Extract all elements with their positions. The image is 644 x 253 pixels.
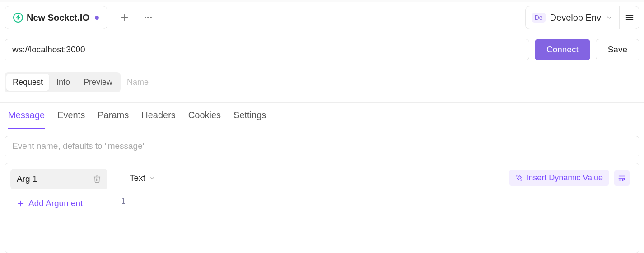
- add-argument-label: Add Argument: [28, 198, 83, 208]
- tab-settings[interactable]: Settings: [233, 110, 266, 129]
- environments-menu-button[interactable]: [620, 6, 639, 29]
- plus-icon: [17, 199, 25, 207]
- new-tab-button[interactable]: [115, 8, 135, 28]
- argument-label: Arg 1: [17, 174, 37, 184]
- line-numbers: 1: [113, 193, 133, 253]
- arguments-sidebar: Arg 1 Add Argument: [5, 163, 113, 253]
- svg-point-0: [145, 17, 146, 18]
- argument-toolbar: Text Insert Dynamic Value: [113, 163, 639, 193]
- chevron-down-icon: [149, 175, 155, 181]
- content-type-selector[interactable]: Text: [130, 173, 155, 183]
- add-argument-button[interactable]: Add Argument: [10, 193, 107, 214]
- event-name-row: [0, 129, 644, 163]
- insert-dynamic-value-label: Insert Dynamic Value: [526, 173, 603, 183]
- request-section-tabs: Message Events Params Headers Cookies Se…: [0, 103, 644, 129]
- line-number: 1: [113, 198, 133, 206]
- magic-wand-icon: [515, 175, 523, 182]
- event-name-input[interactable]: [5, 136, 639, 156]
- request-tab[interactable]: New Socket.IO: [5, 6, 107, 29]
- argument-content: Text Insert Dynamic Value 1: [113, 163, 639, 253]
- tab-cookies[interactable]: Cookies: [188, 110, 221, 129]
- view-segmented-row: Request Info Preview: [0, 66, 644, 103]
- env-name: Develop Env: [550, 13, 601, 23]
- socketio-icon: [13, 13, 23, 23]
- svg-point-1: [147, 17, 149, 18]
- delete-argument-button[interactable]: [93, 175, 101, 183]
- arguments-panel: Arg 1 Add Argument Text Insert Dynamic V…: [5, 163, 639, 253]
- tab-bar: New Socket.IO De Develop Env: [0, 2, 644, 33]
- svg-point-2: [150, 17, 152, 18]
- url-input[interactable]: [5, 39, 529, 60]
- tab-events[interactable]: Events: [57, 110, 85, 129]
- save-button[interactable]: Save: [596, 39, 639, 60]
- environment-selector[interactable]: De Develop Env: [525, 6, 620, 29]
- unsaved-dot-icon: [95, 16, 99, 20]
- tab-overflow-button[interactable]: [138, 8, 158, 28]
- wrap-lines-button[interactable]: [614, 170, 630, 186]
- tab-headers[interactable]: Headers: [141, 110, 176, 129]
- insert-dynamic-value-button[interactable]: Insert Dynamic Value: [509, 170, 609, 186]
- env-badge: De: [532, 13, 546, 23]
- tab-title: New Socket.IO: [27, 13, 89, 23]
- segment-preview[interactable]: Preview: [77, 74, 119, 91]
- segment-request[interactable]: Request: [6, 74, 49, 91]
- code-editor[interactable]: 1: [113, 193, 639, 253]
- tab-message[interactable]: Message: [8, 110, 45, 129]
- segment-info[interactable]: Info: [50, 74, 76, 91]
- wrap-icon: [618, 174, 626, 182]
- request-name-input[interactable]: [125, 78, 232, 87]
- view-segmented-control: Request Info Preview: [5, 72, 121, 92]
- connect-button[interactable]: Connect: [535, 39, 590, 60]
- argument-item[interactable]: Arg 1: [10, 169, 107, 189]
- chevron-down-icon: [606, 14, 613, 21]
- trash-icon: [93, 175, 101, 183]
- code-area[interactable]: [133, 193, 639, 253]
- url-row: Connect Save: [0, 33, 644, 66]
- content-type-label: Text: [130, 173, 145, 183]
- tab-params[interactable]: Params: [98, 110, 129, 129]
